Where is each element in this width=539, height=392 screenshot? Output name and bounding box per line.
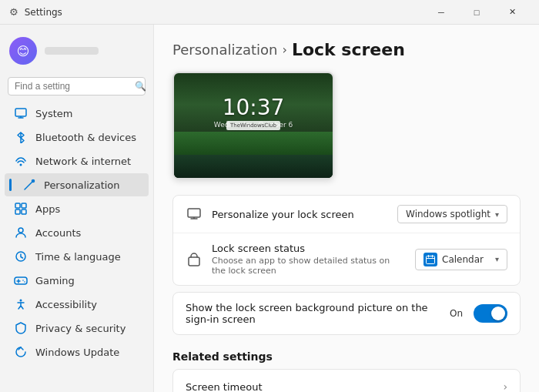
related-settings-header: Related settings <box>172 350 521 363</box>
lockscreen-reflection <box>174 155 333 178</box>
watermark: TheWindowsClub <box>226 121 280 130</box>
search-input[interactable] <box>15 81 130 92</box>
search-box[interactable]: 🔍 <box>8 77 146 95</box>
sidebar-item-network[interactable]: Network & internet <box>5 149 149 173</box>
sidebar-item-accessibility[interactable]: Accessibility <box>5 293 149 316</box>
sidebar-item-accounts[interactable]: Accounts <box>5 221 149 244</box>
sidebar-item-privacy[interactable]: Privacy & security <box>5 317 149 340</box>
accounts-label: Accounts <box>35 227 81 239</box>
window-controls: ─ □ ✕ <box>424 0 530 25</box>
breadcrumb-parent[interactable]: Personalization <box>172 42 277 58</box>
personalize-icon <box>186 206 203 223</box>
breadcrumb-current: Lock screen <box>292 40 405 59</box>
apps-icon <box>14 202 28 216</box>
calendar-dropdown[interactable]: Calendar ▾ <box>415 249 507 270</box>
time-label: Time & language <box>35 251 121 263</box>
breadcrumb-separator: › <box>282 42 286 57</box>
maximize-button[interactable]: □ <box>459 0 494 25</box>
titlebar: ⚙ Settings ─ □ ✕ <box>0 0 539 25</box>
toggle-container: On <box>450 304 507 323</box>
lockscreen-preview: 10:37 Wednesday, October 6 TheWindowsClu… <box>172 72 334 179</box>
personalization-icon <box>22 178 36 192</box>
close-button[interactable]: ✕ <box>494 0 530 25</box>
svg-point-3 <box>20 164 22 166</box>
calendar-label: Calendar <box>442 254 484 265</box>
personalize-control[interactable]: Windows spotlight ▾ <box>397 205 507 223</box>
svg-point-15 <box>24 281 25 283</box>
sidebar-item-gaming[interactable]: Gaming <box>5 269 149 292</box>
gaming-label: Gaming <box>35 275 75 286</box>
minimize-button[interactable]: ─ <box>424 0 459 25</box>
calendar-chevron-icon: ▾ <box>495 255 499 263</box>
svg-rect-8 <box>22 209 26 214</box>
main-content: Personalization › Lock screen 10:37 Wedn… <box>154 25 539 392</box>
toggle-switch[interactable] <box>474 304 507 323</box>
calendar-badge <box>424 253 437 266</box>
sidebar-item-update[interactable]: Windows Update <box>5 340 149 364</box>
lock-status-icon <box>186 251 203 268</box>
avatar-initial: 😊 <box>17 44 30 59</box>
svg-rect-21 <box>427 256 435 263</box>
privacy-label: Privacy & security <box>35 323 126 334</box>
sidebar-item-time[interactable]: Time & language <box>5 245 149 268</box>
titlebar-title: Settings <box>25 7 62 18</box>
svg-rect-7 <box>15 209 20 214</box>
sidebar-item-personalization[interactable]: Personalization <box>5 173 149 196</box>
svg-rect-20 <box>189 257 199 266</box>
related-settings-card: Screen timeout › Screen saver ↗ <box>172 369 521 392</box>
network-icon <box>14 154 28 168</box>
signin-screen-title: Show the lock screen background picture … <box>186 302 440 325</box>
lock-status-content: Lock screen status Choose an app to show… <box>212 243 406 276</box>
breadcrumb: Personalization › Lock screen <box>172 40 521 59</box>
personalize-row: Personalize your lock screen Windows spo… <box>173 196 520 233</box>
svg-rect-5 <box>15 203 20 208</box>
search-icon: 🔍 <box>135 81 146 92</box>
system-label: System <box>35 108 72 119</box>
personalization-label: Personalization <box>44 179 120 191</box>
avatar: 😊 <box>9 37 37 65</box>
accounts-icon <box>14 226 28 240</box>
sidebar-item-bluetooth[interactable]: Bluetooth & devices <box>5 126 149 149</box>
lockscreen-time: 10:37 <box>223 95 285 120</box>
lock-screen-settings-card: Personalize your lock screen Windows spo… <box>172 195 521 286</box>
personalize-title: Personalize your lock screen <box>212 209 388 220</box>
lock-status-row: Lock screen status Choose an app to show… <box>173 233 520 285</box>
svg-rect-0 <box>15 109 26 116</box>
lock-status-subtitle: Choose an app to show detailed status on… <box>212 256 406 276</box>
privacy-icon <box>14 321 28 335</box>
lock-status-title: Lock screen status <box>212 243 406 254</box>
update-label: Windows Update <box>35 347 119 358</box>
svg-rect-11 <box>15 277 27 284</box>
screen-timeout-row[interactable]: Screen timeout › <box>173 370 520 392</box>
svg-point-9 <box>18 228 23 233</box>
time-icon <box>14 250 28 263</box>
user-name <box>45 47 99 55</box>
sidebar-item-apps[interactable]: Apps <box>5 197 149 220</box>
network-label: Network & internet <box>35 156 131 167</box>
apps-label: Apps <box>35 203 60 215</box>
chevron-down-icon: ▾ <box>495 210 499 219</box>
personalize-dropdown[interactable]: Windows spotlight ▾ <box>397 205 507 223</box>
svg-point-16 <box>20 300 22 302</box>
gaming-icon <box>14 273 28 287</box>
bluetooth-label: Bluetooth & devices <box>35 132 136 143</box>
toggle-on-label: On <box>450 308 463 319</box>
system-icon <box>14 106 28 120</box>
update-icon <box>14 345 28 359</box>
screen-timeout-label: Screen timeout <box>186 381 503 393</box>
signin-screen-card: Show the lock screen background picture … <box>172 292 521 335</box>
sidebar: 😊 🔍 System Bluetooth & devices Netw <box>0 25 154 392</box>
sidebar-item-system[interactable]: System <box>5 102 149 125</box>
user-section: 😊 <box>0 31 153 74</box>
bluetooth-icon <box>14 130 28 144</box>
svg-rect-17 <box>188 209 200 217</box>
accessibility-label: Accessibility <box>35 299 97 310</box>
personalize-content: Personalize your lock screen <box>212 209 388 220</box>
app-container: 😊 🔍 System Bluetooth & devices Netw <box>0 25 539 392</box>
signin-screen-content: Show the lock screen background picture … <box>186 302 440 325</box>
svg-rect-6 <box>22 203 26 208</box>
svg-point-14 <box>22 280 24 281</box>
toggle-thumb <box>491 307 505 320</box>
active-indicator <box>9 179 12 191</box>
lock-status-control[interactable]: Calendar ▾ <box>415 249 507 270</box>
